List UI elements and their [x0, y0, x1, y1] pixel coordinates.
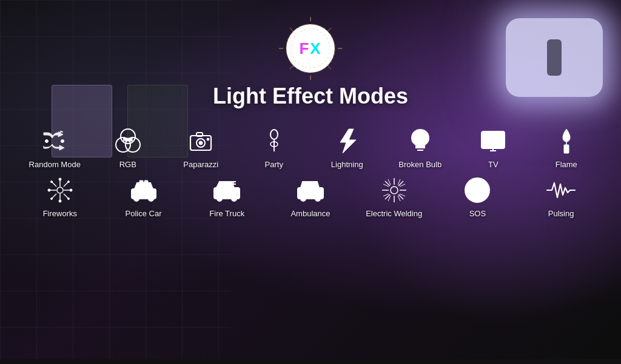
fire-truck-label: Fire Truck: [209, 209, 244, 218]
rgb-label: RGB: [119, 160, 136, 169]
mode-party[interactable]: Party: [242, 126, 306, 169]
mode-tv[interactable]: TV TV: [462, 126, 525, 169]
police-car-label: Police Car: [126, 209, 162, 218]
svg-point-45: [50, 181, 52, 183]
sos-icon: SOS: [462, 175, 492, 205]
main-content: FX Light Effect Modes Random Mode: [0, 0, 621, 218]
random-mode-icon: [39, 126, 70, 156]
svg-rect-19: [196, 133, 203, 136]
svg-point-67: [315, 196, 320, 201]
pulsing-icon: [546, 175, 576, 205]
icons-grid: Random Mode RGB RGB: [0, 126, 621, 218]
tv-label: TV: [488, 160, 498, 169]
svg-point-71: [391, 187, 398, 194]
sos-label: SOS: [469, 209, 486, 218]
mode-electric-welding[interactable]: Electric Welding: [362, 175, 426, 218]
svg-point-43: [48, 189, 50, 191]
fx-f-letter: F: [299, 39, 310, 58]
pulsing-label: Pulsing: [548, 209, 574, 218]
mode-police-car[interactable]: Police Car: [112, 175, 175, 218]
lightning-icon: [332, 126, 362, 156]
svg-rect-53: [139, 180, 143, 184]
broken-bulb-label: Broken Bulb: [398, 160, 441, 169]
bottom-bar: [0, 359, 621, 364]
paparazzi-icon: [186, 126, 216, 156]
broken-bulb-icon: [405, 126, 435, 156]
svg-text:RGB: RGB: [123, 137, 133, 142]
mode-broken-bulb[interactable]: Broken Bulb: [388, 126, 452, 169]
ambulance-icon: [295, 175, 326, 205]
flame-label: Flame: [556, 160, 577, 169]
fireworks-label: Fireworks: [43, 209, 77, 218]
random-mode-label: Random Mode: [29, 160, 81, 169]
svg-point-11: [61, 140, 64, 143]
fx-logo: FX: [280, 18, 341, 79]
svg-point-42: [59, 200, 61, 202]
svg-point-20: [207, 138, 209, 141]
fire-truck-icon: [212, 175, 242, 205]
electric-welding-label: Electric Welding: [366, 209, 422, 218]
lightning-label: Lightning: [331, 160, 363, 169]
mode-lightning[interactable]: Lightning: [315, 126, 379, 169]
svg-point-18: [199, 141, 203, 145]
svg-line-9: [327, 65, 331, 69]
mode-rgb[interactable]: RGB RGB: [96, 126, 159, 169]
page-title: Light Effect Modes: [213, 84, 408, 109]
svg-point-44: [70, 189, 72, 191]
svg-text:SOS: SOS: [470, 187, 485, 195]
svg-point-51: [134, 196, 139, 201]
fireworks-icon: [45, 175, 75, 205]
mode-paparazzi[interactable]: Paparazzi: [169, 126, 233, 169]
tv-icon: TV: [478, 126, 508, 156]
rgb-icon: RGB: [113, 126, 143, 156]
paparazzi-label: Paparazzi: [183, 160, 218, 169]
mode-random-mode[interactable]: Random Mode: [23, 126, 87, 169]
mode-flame[interactable]: Flame: [534, 126, 598, 169]
mode-fireworks[interactable]: Fireworks: [28, 175, 92, 218]
police-car-icon: [129, 175, 159, 205]
flame-icon: [551, 126, 582, 156]
party-icon: [259, 126, 289, 156]
ambulance-label: Ambulance: [290, 209, 330, 218]
svg-line-8: [290, 65, 294, 69]
svg-point-21: [270, 130, 278, 139]
svg-line-6: [290, 28, 294, 31]
svg-point-10: [45, 140, 49, 143]
svg-point-58: [232, 196, 237, 201]
svg-point-46: [67, 198, 69, 200]
icons-row-1: Random Mode RGB RGB: [18, 126, 603, 169]
icons-row-2: Fireworks Police Car: [18, 175, 603, 218]
svg-point-41: [59, 178, 61, 180]
svg-point-57: [217, 196, 222, 201]
svg-rect-70: [308, 182, 314, 185]
fx-x-letter: X: [310, 39, 321, 58]
mode-ambulance[interactable]: Ambulance: [278, 175, 342, 218]
svg-point-52: [149, 196, 153, 201]
fx-text: FX: [299, 39, 321, 58]
electric-welding-icon: [379, 175, 409, 205]
mode-pulsing[interactable]: Pulsing: [529, 175, 593, 218]
svg-point-47: [67, 181, 69, 183]
mode-sos[interactable]: SOS SOS: [446, 175, 509, 218]
svg-rect-54: [144, 180, 148, 184]
svg-point-48: [50, 198, 52, 200]
svg-text:TV: TV: [490, 138, 497, 144]
svg-rect-31: [564, 145, 569, 153]
svg-line-7: [327, 28, 331, 31]
svg-point-66: [301, 196, 306, 201]
svg-point-49: [57, 187, 63, 193]
party-label: Party: [265, 160, 283, 169]
mode-fire-truck[interactable]: Fire Truck: [195, 175, 259, 218]
